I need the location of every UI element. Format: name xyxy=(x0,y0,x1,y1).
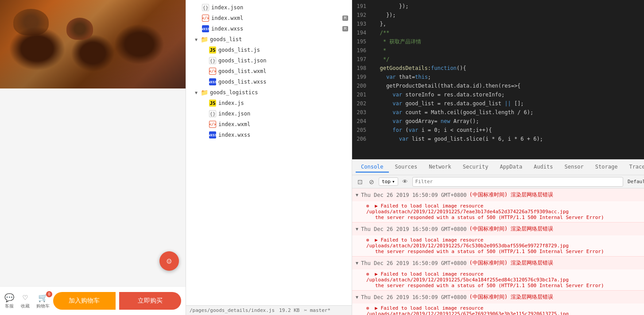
list-item[interactable]: wxss goods_list.wxss xyxy=(186,77,352,87)
json-icon: {} xyxy=(209,57,216,64)
tab-appdata[interactable]: AppData xyxy=(495,162,528,173)
modified-badge: M xyxy=(342,26,348,31)
error-group: ▼ Thu Dec 26 2019 16:50:09 GMT+0800 (中国标… xyxy=(352,257,644,291)
error-group: ▼ Thu Dec 26 2019 16:50:09 GMT+0800 (中国标… xyxy=(352,188,644,223)
error-detail: ⊗ ▶ Failed to load local image resource … xyxy=(352,303,644,315)
error-detail: ⊗ ▶ Failed to load local image resource … xyxy=(352,201,644,222)
heart-icon: ♡ xyxy=(23,293,28,302)
error-timestamp: Thu Dec 26 2019 16:50:09 GMT+0800 xyxy=(361,226,466,232)
tab-storage[interactable]: Storage xyxy=(590,162,623,173)
git-branch: ✂ master* xyxy=(304,307,330,313)
file-name: index.json xyxy=(218,111,250,117)
folder-goods-list[interactable]: ▼ 📁 goods_list xyxy=(186,34,352,45)
js-icon: JS xyxy=(209,46,216,54)
cart-icon-item[interactable]: 🛒 0 购物车 xyxy=(36,293,50,309)
line-number: 206 xyxy=(352,134,366,143)
line-number: 193 xyxy=(352,19,366,28)
file-size: 19.2 KB xyxy=(279,307,299,313)
code-line: */ xyxy=(370,55,644,64)
favorites-icon-item[interactable]: ♡ 收藏 xyxy=(21,293,30,309)
folder-icon: 📁 xyxy=(201,89,208,96)
code-line: }); xyxy=(370,2,644,11)
list-item[interactable]: {} index.json xyxy=(186,108,352,119)
error-circle-icon: ⊗ xyxy=(366,271,369,277)
code-line: getGoodsDetails:function(){ xyxy=(370,64,644,73)
line-number: 202 xyxy=(352,99,366,108)
wxss-icon: wxss xyxy=(209,131,216,138)
file-name: index.wxml xyxy=(218,121,250,127)
folder-name: goods_logistics xyxy=(210,89,258,96)
code-line: var good_list = res.data.good_list || []… xyxy=(370,99,644,108)
folder-goods-logistics[interactable]: ▼ 📁 goods_logistics xyxy=(186,87,352,98)
error-header[interactable]: ▼ Thu Dec 26 2019 16:50:09 GMT+0800 (中国标… xyxy=(352,257,644,269)
filter-input[interactable] xyxy=(412,177,624,187)
expand-arrow-icon: ▼ xyxy=(356,295,358,300)
error-header[interactable]: ▼ Thu Dec 26 2019 16:50:09 GMT+0800 (中国标… xyxy=(352,291,644,303)
list-item[interactable]: wxss index.wxss xyxy=(186,130,352,140)
devtools-tabs-bar: Console Sources Network Security AppData… xyxy=(352,159,644,175)
navigate-to-source-button[interactable]: ⊡ xyxy=(356,177,365,186)
default-levels-label: Default levels xyxy=(628,179,644,184)
list-item[interactable]: </> index.wxml M xyxy=(186,13,352,23)
code-line: for (var i = 0; i < count;i++){ xyxy=(370,126,644,134)
clear-console-button[interactable]: ⊘ xyxy=(367,177,376,186)
default-levels-button[interactable]: Default levels ▾ xyxy=(626,179,644,184)
error-detail: ⊗ ▶ Failed to load local image resource … xyxy=(352,269,644,290)
wxml-icon: </> xyxy=(209,68,216,75)
file-tree: {} index.json </> index.wxml M wxss inde… xyxy=(186,0,352,305)
folder-icon: 📁 xyxy=(201,36,208,43)
bottom-action-bar: 💬 客服 ♡ 收藏 🛒 0 购物车 加入购物车 立即购买 xyxy=(0,286,186,315)
expand-arrow-icon: ▼ xyxy=(356,227,358,231)
buy-now-button[interactable]: 立即购买 xyxy=(119,292,182,310)
code-content[interactable]: }); }); }, /** * 获取产品详情 * */ getGoodsDet… xyxy=(370,0,644,159)
line-number: 200 xyxy=(352,81,366,90)
customer-service-icon-item[interactable]: 💬 客服 xyxy=(4,293,14,309)
tab-trace[interactable]: Trace xyxy=(624,162,644,173)
line-number: 191 xyxy=(352,2,366,11)
fab-button[interactable]: ☺ xyxy=(159,251,179,271)
code-line: var goodArray= new Array(); xyxy=(370,117,644,126)
tab-network[interactable]: Network xyxy=(423,162,457,173)
error-header[interactable]: ▼ Thu Dec 26 2019 16:50:09 GMT+0800 (中国标… xyxy=(352,223,644,235)
list-item[interactable]: {} goods_list.json xyxy=(186,55,352,66)
tab-sources[interactable]: Sources xyxy=(390,162,423,173)
add-to-cart-button[interactable]: 加入购物车 xyxy=(53,292,116,310)
line-number: 196 xyxy=(352,46,366,55)
error-url: ▶ Failed to load local image resource /u… xyxy=(366,237,569,249)
js-icon: JS xyxy=(209,100,216,107)
list-item[interactable]: JS goods_list.js xyxy=(186,45,352,55)
toggle-eye-button[interactable]: 👁 xyxy=(401,177,410,186)
wxss-icon: wxss xyxy=(209,78,216,85)
file-name: goods_list.wxss xyxy=(218,79,266,85)
error-header[interactable]: ▼ Thu Dec 26 2019 16:50:09 GMT+0800 (中国标… xyxy=(352,188,644,201)
cart-badge: 0 xyxy=(46,291,52,297)
tab-audits[interactable]: Audits xyxy=(528,162,558,173)
error-url: ▶ Failed to load local image resource /u… xyxy=(366,305,569,315)
customer-service-icon: 💬 xyxy=(4,293,14,302)
file-name: goods_list.wxml xyxy=(218,68,266,74)
tab-security[interactable]: Security xyxy=(458,162,494,173)
list-item[interactable]: </> goods_list.wxml xyxy=(186,66,352,77)
line-number: 192 xyxy=(352,11,366,19)
list-item[interactable]: </> index.wxml xyxy=(186,119,352,130)
wxml-icon: </> xyxy=(202,15,209,22)
line-number: 199 xyxy=(352,73,366,81)
tab-sensor[interactable]: Sensor xyxy=(559,162,589,173)
wxss-icon: wxss xyxy=(202,25,209,32)
customer-service-label: 客服 xyxy=(5,303,14,309)
list-item[interactable]: JS index.js xyxy=(186,98,352,108)
tab-console[interactable]: Console xyxy=(356,162,389,173)
error-detail: ⊗ ▶ Failed to load local image resource … xyxy=(352,235,644,256)
favorites-label: 收藏 xyxy=(21,303,30,309)
line-number: 201 xyxy=(352,90,366,99)
chevron-down-icon: ▼ xyxy=(195,37,198,42)
list-item[interactable]: {} index.json xyxy=(186,2,352,13)
context-selector[interactable]: top ▾ xyxy=(379,177,398,186)
error-timestamp: Thu Dec 26 2019 16:50:09 GMT+0800 xyxy=(361,294,466,300)
code-line: var list = good_list.slice(i * 6, i * 6 … xyxy=(370,134,644,143)
expand-arrow-icon: ▼ xyxy=(356,192,358,197)
line-number: 204 xyxy=(352,117,366,126)
file-name: index.wxss xyxy=(211,26,243,32)
status-bar: /pages/goods_details/index.js 19.2 KB ✂ … xyxy=(186,305,352,315)
list-item[interactable]: wxss index.wxss M xyxy=(186,23,352,34)
